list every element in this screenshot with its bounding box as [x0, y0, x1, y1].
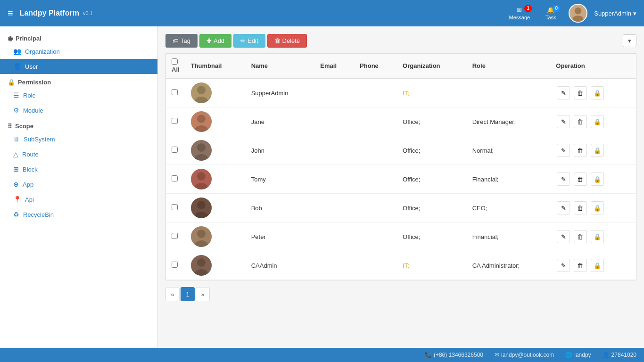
- lock-row-button-5[interactable]: 🔒: [591, 230, 604, 243]
- sidebar-item-role[interactable]: ☰ Role: [0, 88, 157, 103]
- add-button[interactable]: ✚ Add: [199, 34, 231, 48]
- lock-row-button-2[interactable]: 🔒: [591, 144, 604, 157]
- principal-section: ◉ Principal: [0, 30, 157, 44]
- footer-phone-text: (+86) 13466326500: [434, 352, 483, 358]
- edit-row-button-5[interactable]: ✎: [557, 230, 570, 243]
- svg-point-4: [197, 86, 206, 94]
- sidebar-item-subsystem[interactable]: 🖥 SubSystem: [0, 132, 157, 147]
- row-checkbox-0[interactable]: [172, 89, 178, 95]
- row-email-cell: [314, 136, 354, 165]
- main-content: 🏷 Tag ✚ Add ✏ Edit 🗑 Delete ▾: [158, 26, 644, 348]
- row-checkbox-3[interactable]: [172, 175, 178, 181]
- row-organization-cell: Office;: [397, 194, 467, 222]
- edit-row-button-4[interactable]: ✎: [557, 201, 570, 214]
- row-role-cell: Normal;: [467, 136, 551, 165]
- avatar-0: [191, 82, 212, 103]
- avatar-2: [191, 140, 212, 161]
- sidebar-item-user[interactable]: 👤 User: [0, 59, 157, 74]
- add-label: Add: [214, 37, 224, 44]
- edit-row-button-3[interactable]: ✎: [557, 173, 570, 186]
- lock-row-button-1[interactable]: 🔒: [591, 115, 604, 128]
- collapse-button[interactable]: ▾: [623, 34, 636, 47]
- sidebar-item-organization[interactable]: 👥 Organization: [0, 44, 157, 59]
- lock-row-button-0[interactable]: 🔒: [591, 86, 604, 99]
- select-all-checkbox[interactable]: [172, 58, 178, 65]
- row-organization-cell: Office;: [397, 165, 467, 194]
- table-row: Peter Office; Financial; ✎ 🗑 🔒: [166, 222, 636, 251]
- header: Landpy Platform v0.1 ✉ 1 Message 🔔 0 Tas…: [0, 0, 644, 26]
- edit-row-button-6[interactable]: ✎: [557, 259, 570, 272]
- next-page-button[interactable]: »: [196, 287, 210, 301]
- edit-row-button-1[interactable]: ✎: [557, 115, 570, 128]
- page-1-button[interactable]: 1: [181, 287, 195, 301]
- sidebar-item-block[interactable]: ⊞ Block: [0, 162, 157, 177]
- svg-point-19: [197, 230, 206, 238]
- tag-button[interactable]: 🏷 Tag: [165, 34, 198, 48]
- col-email: Email: [314, 54, 354, 78]
- row-operation-cell: ✎ 🗑 🔒: [550, 222, 636, 251]
- row-checkbox-5[interactable]: [172, 233, 178, 239]
- row-name-cell: CAAdmin: [246, 251, 315, 280]
- row-checkbox-cell: [166, 165, 185, 194]
- sidebar-item-app[interactable]: ⊕ App: [0, 177, 157, 192]
- principal-icon: ◉: [8, 35, 13, 42]
- menu-icon[interactable]: [8, 7, 13, 19]
- delete-row-button-4[interactable]: 🗑: [574, 201, 587, 214]
- envelope-icon: ✉: [517, 7, 522, 14]
- prev-page-button[interactable]: «: [165, 287, 180, 301]
- plus-icon: ✚: [206, 37, 212, 44]
- lock-row-button-6[interactable]: 🔒: [591, 259, 604, 272]
- module-icon: ⚙: [13, 107, 19, 114]
- footer-phone: 📞 (+86) 13466326500: [425, 352, 483, 358]
- delete-row-button-6[interactable]: 🗑: [574, 259, 587, 272]
- col-phone: Phone: [354, 54, 397, 78]
- footer-id: 👤 27841020: [603, 352, 636, 358]
- scope-label: Scope: [15, 123, 33, 130]
- edit-button[interactable]: ✏ Edit: [233, 34, 265, 48]
- row-operation-cell: ✎ 🗑 🔒: [550, 107, 636, 136]
- toolbar: 🏷 Tag ✚ Add ✏ Edit 🗑 Delete ▾: [165, 34, 636, 48]
- sidebar-item-route[interactable]: △ Route: [0, 147, 157, 162]
- organization-icon: 👥: [13, 48, 21, 55]
- sidebar-item-label: App: [23, 181, 33, 188]
- avatar[interactable]: [569, 4, 587, 23]
- lock-row-button-3[interactable]: 🔒: [591, 173, 604, 186]
- sidebar-item-label: Module: [23, 107, 43, 114]
- row-checkbox-2[interactable]: [172, 147, 178, 153]
- avatar-1: [191, 111, 212, 132]
- edit-row-button-0[interactable]: ✎: [557, 86, 570, 99]
- row-checkbox-4[interactable]: [172, 204, 178, 210]
- pagination: « 1 »: [165, 287, 636, 301]
- user-dropdown[interactable]: SupperAdmin ▾: [594, 10, 636, 17]
- lock-row-button-4[interactable]: 🔒: [591, 201, 604, 214]
- row-operation-cell: ✎ 🗑 🔒: [550, 251, 636, 280]
- row-email-cell: [314, 107, 354, 136]
- col-organization: Organization: [397, 54, 467, 78]
- sidebar-item-api[interactable]: 📍 Api: [0, 192, 157, 207]
- sidebar-item-module[interactable]: ⚙ Module: [0, 103, 157, 118]
- row-email-cell: [314, 78, 354, 107]
- row-checkbox-6[interactable]: [172, 262, 178, 268]
- delete-row-button-3[interactable]: 🗑: [574, 173, 587, 186]
- delete-row-button-5[interactable]: 🗑: [574, 230, 587, 243]
- sidebar: ◉ Principal 👥 Organization 👤 User 🔒 Perm…: [0, 26, 158, 348]
- route-icon: △: [13, 150, 18, 158]
- delete-button[interactable]: 🗑 Delete: [267, 34, 307, 48]
- sidebar-item-recyclebin[interactable]: ♻ RecycleBin: [0, 207, 157, 222]
- delete-row-button-0[interactable]: 🗑: [574, 86, 587, 99]
- dropdown-arrow: ▾: [633, 10, 636, 17]
- permission-section: 🔒 Permission: [0, 74, 157, 88]
- delete-row-button-2[interactable]: 🗑: [574, 144, 587, 157]
- row-checkbox-1[interactable]: [172, 118, 178, 124]
- sidebar-item-label: Role: [23, 92, 36, 99]
- edit-icon: ✏: [240, 37, 246, 44]
- message-button[interactable]: ✉ 1 Message: [505, 5, 534, 22]
- domain-icon: 🌐: [565, 352, 572, 358]
- edit-row-button-2[interactable]: ✎: [557, 144, 570, 157]
- task-button[interactable]: 🔔 0 Task: [539, 5, 562, 22]
- api-icon: 📍: [13, 196, 21, 203]
- delete-row-button-1[interactable]: 🗑: [574, 115, 587, 128]
- footer-domain-text: landpy: [574, 352, 591, 358]
- header-right: ✉ 1 Message 🔔 0 Task SupperAdmin ▾: [505, 4, 636, 23]
- email-icon: ✉: [495, 352, 499, 358]
